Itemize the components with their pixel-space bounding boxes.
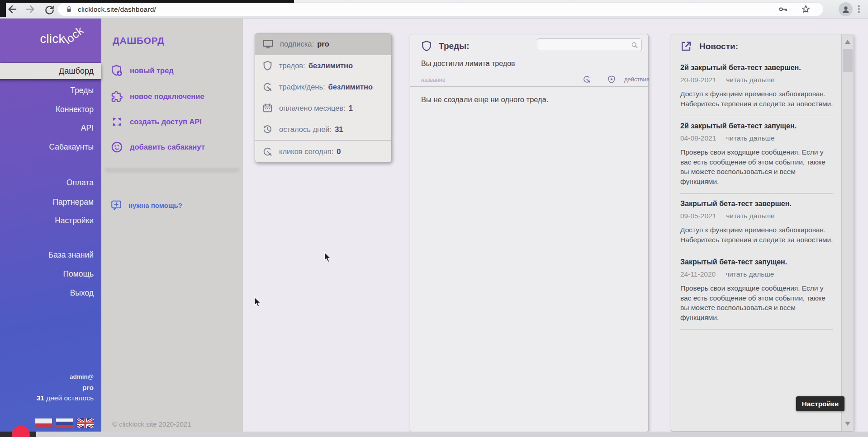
account-email: admin@ xyxy=(0,373,101,380)
news-list: 2й закрытый бета-тест завершен. 20-09-20… xyxy=(680,58,833,330)
subscription-header: подписка: pro xyxy=(255,33,391,55)
add-subaccount-button[interactable]: добавить сабаканут xyxy=(110,140,205,154)
language-switcher xyxy=(35,418,94,428)
threads-empty-message: Вы не создали еще ни одного треда. xyxy=(421,95,549,104)
scroll-up-icon[interactable] xyxy=(845,40,850,44)
calendar-icon xyxy=(262,103,273,114)
move-arrows-icon xyxy=(110,115,123,128)
need-help-link[interactable]: нужна помощь? xyxy=(110,199,182,211)
english-flag-icon[interactable] xyxy=(77,418,94,428)
mouse-cursor-ghost xyxy=(252,296,264,308)
sidebar: clicklock Дашборд Треды Коннектор API Са… xyxy=(0,19,101,432)
news-item-title: Закрытый бета-тест завершен. xyxy=(680,200,833,208)
shield-plus-icon xyxy=(110,64,123,77)
external-link-icon xyxy=(679,40,693,53)
news-item: 2й закрытый бета-тест запущен. 04-08-202… xyxy=(680,116,833,194)
click-icon xyxy=(262,146,273,157)
url-bar[interactable]: clicklock.site/dashboard/ xyxy=(57,2,824,16)
news-item-title: 2й закрытый бета-тест завершен. xyxy=(680,64,833,72)
sidebar-item-knowledge-base[interactable]: База знаний xyxy=(0,247,101,263)
shield-icon xyxy=(262,60,273,71)
bookmark-star-icon[interactable] xyxy=(801,4,811,14)
news-item: 2й закрытый бета-тест завершен. 20-09-20… xyxy=(680,58,833,116)
password-key-icon[interactable] xyxy=(778,4,788,14)
sidebar-item-api[interactable]: API xyxy=(0,120,101,136)
news-item: Закрытый бета-тест завершен. 09-05-2021ч… xyxy=(680,194,833,252)
clicklock-logo: clicklock xyxy=(40,32,86,46)
sidebar-item-settings[interactable]: Настройки xyxy=(0,213,101,228)
browser-menu-icon[interactable] xyxy=(854,4,864,14)
person-icon xyxy=(841,5,851,14)
news-item-body: Доступ к функциям временно заблокирован.… xyxy=(680,225,833,244)
sidebar-item-partners[interactable]: Партнерам xyxy=(0,194,101,210)
horizontal-scrollbar[interactable] xyxy=(0,432,868,437)
column-name-label: название xyxy=(421,77,446,83)
back-icon[interactable] xyxy=(6,3,18,15)
sidebar-item-connector[interactable]: Коннектор xyxy=(0,102,101,117)
logo-block[interactable]: clicklock xyxy=(0,19,101,62)
sidebar-item-logout[interactable]: Выход xyxy=(0,285,101,301)
reload-icon[interactable] xyxy=(43,4,56,16)
monitor-icon xyxy=(262,38,274,50)
news-item-title: 2й закрытый бета-тест запущен. xyxy=(680,122,833,130)
sidebar-item-payment[interactable]: Оплата xyxy=(0,175,101,190)
shield-icon xyxy=(420,40,433,52)
new-connection-button[interactable]: новое подключение xyxy=(110,89,204,103)
news-item-date: 04-08-2021 xyxy=(680,134,716,142)
create-api-access-button[interactable]: создать доступ API xyxy=(110,115,202,128)
puzzle-icon xyxy=(110,90,123,103)
subscription-row-months: оплачено месяцев: 1 xyxy=(255,98,391,119)
news-item-body: Проверь свои входящие сообщения. Если у … xyxy=(680,147,833,186)
https-lock-icon xyxy=(65,5,73,14)
column-actions-label: действия xyxy=(624,76,650,83)
subscription-row-days-left: осталось дней: 31 xyxy=(255,119,391,140)
threads-header: Треды: xyxy=(420,40,470,52)
browser-chrome: clicklock.site/dashboard/ xyxy=(0,0,868,19)
subscription-row-threads: тредов: безлимитно xyxy=(255,55,391,76)
news-item-date: 09-05-2021 xyxy=(680,212,716,220)
news-header: Новости: xyxy=(679,40,738,53)
news-item-body: Доступ к функциям временно заблокирован.… xyxy=(680,89,833,108)
russian-flag-icon[interactable] xyxy=(56,418,73,428)
actions-panel: ДАШБОРД новый тред новое подключение соз… xyxy=(101,19,243,432)
scroll-down-icon[interactable] xyxy=(845,422,850,426)
forward-icon[interactable] xyxy=(24,3,37,15)
shield-star-icon xyxy=(607,75,616,84)
threads-panel: Треды: Вы достигли лимита тредов названи… xyxy=(410,34,649,432)
news-panel: Новости: 2й закрытый бета-тест завершен.… xyxy=(671,34,854,432)
history-icon xyxy=(262,124,273,135)
click-icon xyxy=(262,81,273,93)
news-item: Закрытый бета-тест запущен. 24-11-2020чи… xyxy=(680,252,833,330)
url-text[interactable]: clicklock.site/dashboard/ xyxy=(78,5,156,14)
account-plan: pro xyxy=(0,384,101,392)
thread-limit-message: Вы достигли лимита тредов xyxy=(421,60,515,68)
mouse-cursor xyxy=(322,251,334,263)
thread-search-input[interactable] xyxy=(541,39,627,50)
subscription-row-clicks-today: кликов сегодня: 0 xyxy=(255,140,391,162)
news-title: Новости: xyxy=(699,42,738,52)
avatar[interactable] xyxy=(839,2,853,16)
sidebar-item-subaccounts[interactable]: Сабакаунты xyxy=(0,139,101,155)
scrollbar-thumb[interactable] xyxy=(843,49,853,72)
divider xyxy=(105,168,239,169)
read-more-link[interactable]: читать дальше xyxy=(726,76,774,84)
read-more-link[interactable]: читать дальше xyxy=(726,270,774,278)
news-item-date: 20-09-2021 xyxy=(680,76,716,84)
face-icon xyxy=(110,141,123,154)
sidebar-item-help[interactable]: Помощь xyxy=(0,266,101,282)
settings-tooltip: Настройки xyxy=(796,396,844,411)
sidebar-item-dashboard[interactable]: Дашборд xyxy=(0,63,101,79)
thread-search xyxy=(537,38,642,51)
read-more-link[interactable]: читать дальше xyxy=(726,134,774,142)
new-thread-button[interactable]: новый тред xyxy=(110,64,174,77)
account-days-left: 31 дней осталось xyxy=(0,394,101,402)
click-icon xyxy=(582,75,592,84)
subscription-card: подписка: pro тредов: безлимитно трафик/… xyxy=(255,33,392,163)
news-scrollbar[interactable] xyxy=(841,34,854,431)
read-more-link[interactable]: читать дальше xyxy=(726,212,774,220)
help-bubble-icon xyxy=(110,199,122,211)
news-item-body: Проверь свои входящие сообщения. Если у … xyxy=(680,283,833,322)
sidebar-item-threads[interactable]: Треды xyxy=(0,83,101,98)
polish-flag-icon[interactable] xyxy=(35,418,52,428)
search-icon[interactable] xyxy=(631,41,639,49)
